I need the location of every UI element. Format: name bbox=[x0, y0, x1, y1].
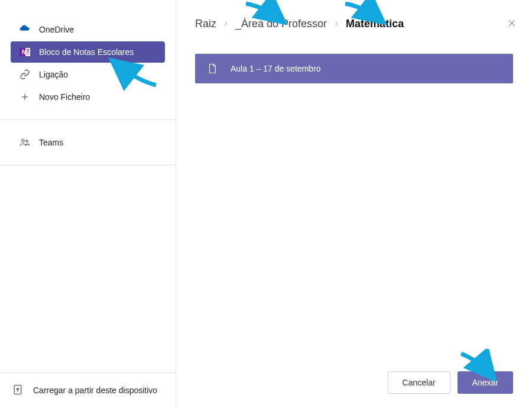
dialog-footer: Cancelar Anexar bbox=[195, 360, 513, 394]
svg-rect-2 bbox=[27, 49, 29, 51]
plus-icon bbox=[19, 91, 31, 103]
breadcrumb-current: Matemática bbox=[346, 18, 404, 30]
sidebar-item-onedrive[interactable]: OneDrive bbox=[11, 19, 165, 40]
sidebar-item-label: Ligação bbox=[39, 70, 68, 79]
sidebar: OneDrive N Bloco de Notas Escolares bbox=[0, 0, 176, 408]
sidebar-section-teams: Teams bbox=[0, 120, 176, 166]
attach-button[interactable]: Anexar bbox=[458, 371, 513, 394]
svg-rect-3 bbox=[27, 51, 29, 53]
file-name: Aula 1 – 17 de setembro bbox=[231, 64, 321, 73]
page-icon bbox=[207, 62, 218, 75]
main-panel: Raiz _Área do Professor Matemática Aula … bbox=[176, 0, 532, 408]
upload-icon bbox=[12, 384, 24, 397]
link-icon bbox=[19, 69, 31, 80]
teams-icon bbox=[19, 137, 31, 148]
svg-point-8 bbox=[22, 140, 25, 143]
sidebar-item-class-notebook[interactable]: N Bloco de Notas Escolares bbox=[11, 41, 165, 63]
svg-text:N: N bbox=[22, 49, 26, 56]
upload-from-device[interactable]: Carregar a partir deste dispositivo bbox=[0, 373, 176, 408]
chevron-right-icon bbox=[333, 19, 340, 30]
file-row[interactable]: Aula 1 – 17 de setembro bbox=[195, 54, 513, 83]
sidebar-item-teams[interactable]: Teams bbox=[11, 132, 165, 153]
svg-rect-4 bbox=[27, 53, 29, 55]
onedrive-icon bbox=[19, 24, 31, 35]
sidebar-section-sources: OneDrive N Bloco de Notas Escolares bbox=[0, 18, 176, 120]
chevron-right-icon bbox=[222, 19, 229, 30]
sidebar-item-link[interactable]: Ligação bbox=[11, 64, 165, 85]
close-button[interactable] bbox=[505, 17, 519, 31]
sidebar-item-label: Bloco de Notas Escolares bbox=[39, 47, 134, 57]
sidebar-item-new-file[interactable]: Novo Ficheiro bbox=[11, 86, 165, 108]
breadcrumb-root[interactable]: Raiz bbox=[195, 18, 216, 30]
breadcrumb: Raiz _Área do Professor Matemática bbox=[195, 18, 513, 30]
cancel-button[interactable]: Cancelar bbox=[388, 371, 450, 394]
file-list: Aula 1 – 17 de setembro bbox=[195, 54, 513, 83]
close-icon bbox=[508, 19, 516, 29]
sidebar-item-label: OneDrive bbox=[39, 25, 74, 34]
breadcrumb-teacher-area[interactable]: _Área do Professor bbox=[235, 18, 327, 30]
svg-point-9 bbox=[26, 140, 28, 142]
sidebar-item-label: Teams bbox=[39, 138, 63, 147]
onenote-icon: N bbox=[19, 46, 31, 58]
upload-label: Carregar a partir deste dispositivo bbox=[33, 385, 157, 396]
sidebar-item-label: Novo Ficheiro bbox=[39, 92, 90, 102]
